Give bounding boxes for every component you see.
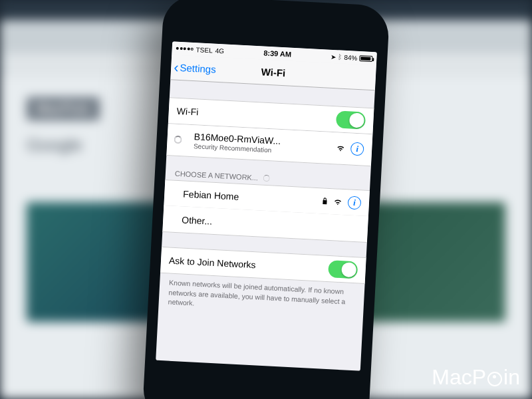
spinner-icon	[263, 174, 271, 182]
ask-to-join-toggle[interactable]	[328, 260, 358, 279]
location-icon: ➤	[331, 53, 336, 60]
carrier-label: TSEL	[196, 46, 213, 54]
site-logo: MacPoin	[27, 97, 100, 120]
choose-network-label: CHOOSE A NETWORK...	[175, 169, 259, 182]
info-icon[interactable]: i	[350, 142, 364, 156]
watermark-logo: MacPin	[432, 365, 520, 390]
phone-frame: TSEL 4G 8:39 AM ➤ ᛒ 84% ‹ Settings Wi-Fi…	[142, 0, 390, 399]
battery-icon	[359, 55, 372, 62]
network-ssid: Febian Home	[172, 188, 323, 206]
chevron-left-icon: ‹	[174, 60, 179, 74]
spinner-icon	[174, 136, 182, 144]
lock-icon	[322, 197, 329, 205]
battery-percent: 84%	[344, 53, 358, 61]
back-label: Settings	[180, 62, 216, 75]
wifi-signal-icon	[333, 197, 343, 207]
other-label: Other...	[171, 213, 360, 234]
info-icon[interactable]: i	[347, 196, 361, 209]
wifi-toggle[interactable]	[336, 110, 366, 129]
ask-to-join-label: Ask to Join Networks	[169, 255, 329, 274]
wifi-signal-icon	[336, 143, 346, 153]
signal-dots-icon	[176, 47, 194, 51]
back-button[interactable]: ‹ Settings	[171, 60, 217, 77]
watermark-o-icon	[487, 372, 502, 386]
bluetooth-icon: ᛒ	[338, 53, 342, 61]
network-label: 4G	[215, 47, 224, 55]
wifi-toggle-label: Wi-Fi	[176, 106, 336, 125]
phone-screen: TSEL 4G 8:39 AM ➤ ᛒ 84% ‹ Settings Wi-Fi…	[156, 41, 377, 370]
